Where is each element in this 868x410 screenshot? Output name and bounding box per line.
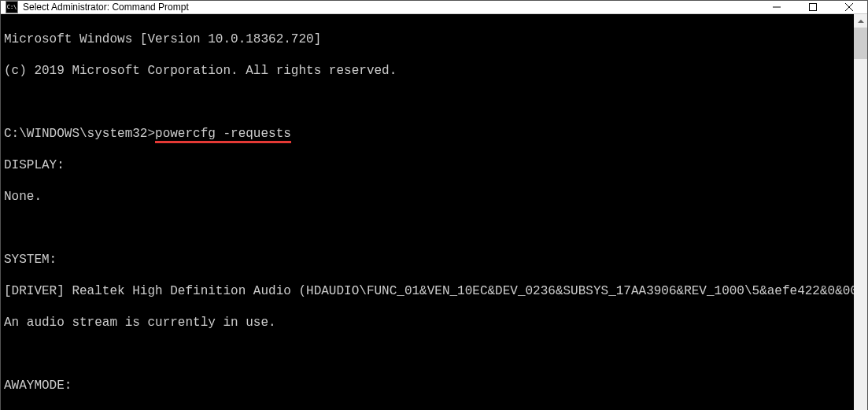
- scroll-thumb[interactable]: [854, 28, 867, 59]
- content-area: Microsoft Windows [Version 10.0.18362.72…: [1, 14, 867, 410]
- output-line: [DRIVER] Realtek High Definition Audio (…: [4, 283, 851, 299]
- output-line: [4, 346, 851, 362]
- minimize-button[interactable]: [759, 1, 795, 13]
- cmd-icon: C:\: [6, 1, 18, 13]
- window-controls: [759, 1, 867, 13]
- close-button[interactable]: [831, 1, 867, 13]
- section-header: AWAYMODE:: [4, 378, 851, 393]
- titlebar[interactable]: C:\ Select Administrator: Command Prompt: [1, 1, 867, 14]
- maximize-icon: [809, 3, 817, 11]
- vertical-scrollbar[interactable]: [854, 14, 867, 410]
- close-icon: [845, 3, 853, 11]
- prompt-line: C:\WINDOWS\system32>powercfg -requests: [4, 126, 851, 142]
- svg-rect-1: [810, 4, 817, 11]
- output-line: None.: [4, 189, 851, 205]
- app-window: C:\ Select Administrator: Command Prompt…: [0, 0, 868, 410]
- terminal-output[interactable]: Microsoft Windows [Version 10.0.18362.72…: [1, 14, 854, 410]
- minimize-icon: [773, 3, 781, 11]
- chevron-up-icon: [858, 20, 864, 23]
- output-line: [4, 94, 851, 110]
- scroll-up-button[interactable]: [854, 14, 867, 28]
- prompt-command-wrap: powercfg -requests: [155, 126, 291, 142]
- output-line: [4, 220, 851, 236]
- cmd-icon-glyph: C:\: [7, 5, 17, 10]
- red-underline-annotation: [155, 141, 291, 143]
- window-title: Select Administrator: Command Prompt: [23, 2, 189, 13]
- output-line: Microsoft Windows [Version 10.0.18362.72…: [4, 31, 851, 47]
- output-line: (c) 2019 Microsoft Corporation. All righ…: [4, 63, 851, 79]
- prompt-command: powercfg -requests: [155, 127, 291, 141]
- output-line: An audio stream is currently in use.: [4, 315, 851, 331]
- maximize-button[interactable]: [795, 1, 831, 13]
- svg-marker-4: [858, 20, 864, 23]
- prompt-path: C:\WINDOWS\system32>: [4, 127, 155, 141]
- section-header: SYSTEM:: [4, 252, 851, 268]
- section-header: DISPLAY:: [4, 157, 851, 173]
